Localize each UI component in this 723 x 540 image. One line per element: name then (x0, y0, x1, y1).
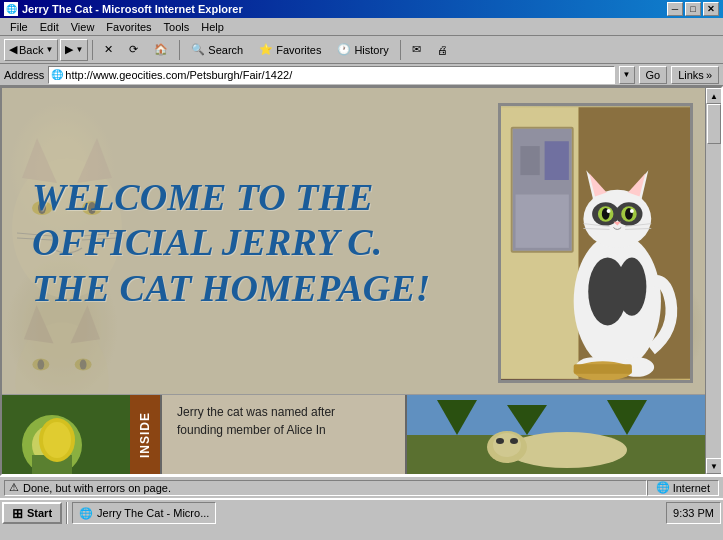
favorites-button[interactable]: ⭐ Favorites (252, 39, 328, 61)
taskbar: ⊞ Start 🌐 Jerry The Cat - Micro... 9:33 … (0, 498, 723, 526)
status-message-area: ⚠ Done, but with errors on page. (4, 480, 647, 496)
scroll-down-button[interactable]: ▼ (706, 458, 722, 474)
svg-point-41 (606, 209, 610, 213)
bottom-text-line2: founding member of Alice In (177, 423, 326, 437)
stop-icon: ✕ (104, 43, 113, 56)
print-button[interactable]: 🖨 (430, 39, 455, 61)
toolbar-separator-1 (92, 40, 93, 60)
svg-rect-26 (515, 195, 568, 248)
svg-point-42 (629, 209, 633, 213)
browser-content: Welcome to the official Jerry C. the Cat… (0, 86, 723, 476)
menu-edit[interactable]: Edit (34, 18, 65, 35)
links-button[interactable]: Links » (671, 66, 719, 84)
page-content: Welcome to the official Jerry C. the Cat… (2, 88, 705, 474)
svg-point-66 (493, 433, 521, 457)
svg-rect-25 (544, 141, 568, 180)
address-input[interactable]: http://www.geocities.com/Petsburgh/Fair/… (65, 69, 611, 81)
toolbar-separator-2 (179, 40, 180, 60)
close-button[interactable]: ✕ (703, 2, 719, 16)
scroll-thumb[interactable] (707, 104, 721, 144)
title-bar: 🌐 Jerry The Cat - Microsoft Internet Exp… (0, 0, 723, 18)
taskbar-item-icon: 🌐 (79, 507, 93, 520)
stop-button[interactable]: ✕ (97, 39, 120, 61)
taskbar-separator (66, 502, 68, 524)
back-dropdown-icon: ▼ (45, 45, 53, 54)
address-label: Address (4, 69, 44, 81)
bottom-thumbnail-left: INSIDE (2, 395, 162, 474)
svg-rect-24 (520, 146, 539, 175)
menu-favorites[interactable]: Favorites (100, 18, 157, 35)
forward-button[interactable]: ▶ ▼ (60, 39, 88, 61)
history-icon: 🕐 (337, 43, 351, 56)
back-icon: ◀ (9, 43, 17, 56)
mail-button[interactable]: ✉ (405, 39, 428, 61)
links-chevron-icon: » (706, 69, 712, 81)
bottom-thumbnail-right (405, 395, 705, 474)
mail-icon: ✉ (412, 43, 421, 56)
favorites-icon: ⭐ (259, 43, 273, 56)
history-button[interactable]: 🕐 History (330, 39, 395, 61)
go-button[interactable]: Go (639, 66, 668, 84)
menu-view[interactable]: View (65, 18, 101, 35)
menu-file[interactable]: File (4, 18, 34, 35)
address-input-wrap: 🌐 http://www.geocities.com/Petsburgh/Fai… (48, 66, 614, 84)
cat-photo-area (485, 88, 705, 398)
scroll-track[interactable] (706, 104, 721, 458)
start-button[interactable]: ⊞ Start (2, 502, 62, 524)
forward-icon: ▶ (65, 43, 73, 56)
address-dropdown[interactable]: ▼ (619, 66, 635, 84)
zone-label: Internet (673, 482, 710, 494)
clock-display: 9:33 PM (673, 507, 714, 519)
bottom-text-area: Jerry the cat was named after founding m… (162, 395, 405, 474)
window-icon: 🌐 (4, 2, 18, 16)
home-icon: 🏠 (154, 43, 168, 56)
menu-tools[interactable]: Tools (158, 18, 196, 35)
address-bar: Address 🌐 http://www.geocities.com/Petsb… (0, 64, 723, 86)
back-button[interactable]: ◀ Back ▼ (4, 39, 58, 61)
home-button[interactable]: 🏠 (147, 39, 175, 61)
site-favicon: 🌐 (51, 69, 63, 80)
search-icon: 🔍 (191, 43, 205, 56)
bottom-text-line1: Jerry the cat was named after (177, 405, 335, 419)
status-zone: 🌐 Internet (647, 480, 719, 496)
status-warning-icon: ⚠ (9, 481, 19, 494)
menu-help[interactable]: Help (195, 18, 230, 35)
status-right-area: 🌐 Internet (647, 480, 719, 496)
refresh-button[interactable]: ⟳ (122, 39, 145, 61)
welcome-text-block: Welcome to the official Jerry C. the Cat… (2, 88, 485, 398)
status-message: Done, but with errors on page. (23, 482, 171, 494)
internet-icon: 🌐 (656, 481, 670, 494)
svg-point-29 (617, 258, 646, 316)
svg-point-68 (510, 438, 518, 444)
menu-bar: File Edit View Favorites Tools Help (0, 18, 723, 36)
toolbar: ◀ Back ▼ ▶ ▼ ✕ ⟳ 🏠 🔍 Search ⭐ Favorites … (0, 36, 723, 64)
scrollbar: ▲ ▼ (705, 88, 721, 474)
forward-dropdown-icon: ▼ (75, 45, 83, 54)
taskbar-clock: 9:33 PM (666, 502, 721, 524)
refresh-icon: ⟳ (129, 43, 138, 56)
status-bar: ⚠ Done, but with errors on page. 🌐 Inter… (0, 476, 723, 498)
toolbar-separator-3 (400, 40, 401, 60)
taskbar-window-item[interactable]: 🌐 Jerry The Cat - Micro... (72, 502, 216, 524)
windows-logo-icon: ⊞ (12, 506, 23, 521)
svg-point-57 (43, 422, 71, 458)
scroll-up-button[interactable]: ▲ (706, 88, 722, 104)
minimize-button[interactable]: ─ (667, 2, 683, 16)
window-title: Jerry The Cat - Microsoft Internet Explo… (22, 3, 243, 15)
cat-photo (498, 103, 693, 383)
welcome-area: Welcome to the official Jerry C. the Cat… (2, 88, 705, 398)
search-button[interactable]: 🔍 Search (184, 39, 250, 61)
svg-rect-51 (573, 364, 631, 374)
welcome-heading: Welcome to the official Jerry C. the Cat… (32, 175, 465, 312)
svg-point-67 (496, 438, 504, 444)
bottom-area: INSIDE Jerry the cat was named after fou… (2, 394, 705, 474)
inside-label: INSIDE (130, 395, 160, 474)
print-icon: 🖨 (437, 44, 448, 56)
maximize-button[interactable]: □ (685, 2, 701, 16)
